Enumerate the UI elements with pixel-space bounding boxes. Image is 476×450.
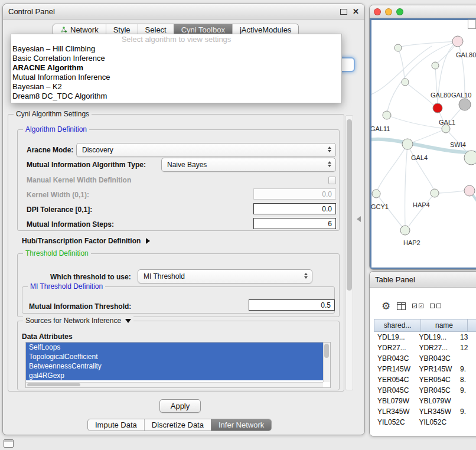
close-traffic-light-icon[interactable] — [374, 8, 381, 15]
control-panel-titlebar[interactable]: Control Panel ✕ — [3, 4, 364, 19]
attribute-item-gal4rgexp[interactable]: gal4RGexp — [26, 371, 323, 380]
tab-impute-data[interactable]: Impute Data — [88, 419, 144, 431]
hub-definition-toggle[interactable]: Hub/Transcription Factor Definition — [22, 237, 150, 245]
network-node-label: GAL10 — [451, 92, 471, 99]
list-horizontal-scrollbar[interactable] — [26, 382, 323, 387]
mi-threshold-group-title: MI Threshold Definition — [28, 282, 105, 291]
network-node-gray[interactable] — [459, 99, 471, 110]
network-edge — [458, 41, 465, 99]
table-cell: YER054C — [374, 376, 415, 384]
network-node-green[interactable] — [395, 44, 402, 51]
network-node-label: GAL1 — [439, 119, 455, 126]
manual-kernel-label: Manual Kernel Width Definition — [27, 176, 131, 184]
algorithm-definition-title: Algorithm Definition — [23, 125, 89, 133]
float-window-icon[interactable] — [340, 9, 347, 15]
table-row[interactable]: YPR145WYPR145W9. — [374, 364, 476, 374]
attribute-item-topologicalcoefficient[interactable]: TopologicalCoefficient — [26, 352, 323, 361]
network-edge — [371, 46, 432, 96]
dropdown-item-dream8-dc-tdc-algorithm[interactable]: Dream8 DC_TDC Algorithm — [11, 92, 341, 101]
dropdown-item-basic-correlation-inference[interactable]: Basic Correlation Inference — [11, 54, 341, 63]
network-node-green[interactable] — [400, 226, 410, 235]
table-cell: YBL079W — [415, 397, 457, 405]
panel-splitter-arrow-icon[interactable] — [357, 216, 361, 222]
settings-scrollbar-thumb[interactable] — [347, 119, 352, 291]
column-header-extra[interactable] — [468, 319, 476, 332]
gear-icon[interactable]: ⚙ — [382, 301, 390, 311]
table-cell: YPR145W — [374, 365, 415, 373]
sources-toggle[interactable]: Sources for Network Inference — [23, 317, 133, 325]
table-row[interactable]: YBR045CYBR045C9. — [374, 385, 476, 396]
table-row[interactable]: YBR043CYBR043C — [374, 353, 476, 364]
attribute-item-selfloops[interactable]: SelfLoops — [26, 343, 323, 352]
aracne-mode-value: Discovery — [82, 146, 113, 154]
network-node-red[interactable] — [433, 103, 442, 113]
network-node-green[interactable] — [432, 62, 439, 69]
mi-type-combo[interactable]: Naive Bayes — [161, 158, 336, 172]
network-edge — [377, 144, 407, 190]
network-edge — [439, 191, 465, 193]
aracne-mode-combo[interactable]: Discovery — [76, 143, 336, 157]
dropdown-item-aracne-algorithm[interactable]: ARACNE Algorithm — [11, 63, 341, 73]
dropdown-item-bayesian-hill-climbing[interactable]: Bayesian – Hill Climbing — [11, 44, 341, 54]
tab-label: Cyni Toolbox — [181, 25, 225, 34]
table-row[interactable]: YLR345WYLR345W9. — [374, 406, 476, 417]
network-node-label: HAP4 — [413, 201, 430, 208]
list-horizontal-thumb[interactable] — [27, 383, 80, 386]
network-window-titlebar[interactable] — [370, 5, 476, 18]
select-all-columns-icon[interactable]: ✓✓ — [412, 304, 423, 308]
manual-kernel-checkbox[interactable] — [328, 177, 336, 184]
network-node-green[interactable] — [431, 189, 439, 197]
table-row[interactable]: YBL079WYBL079W — [374, 396, 476, 406]
dpi-tolerance-field[interactable]: 0.0 — [253, 203, 336, 214]
network-node-pink[interactable] — [452, 36, 463, 47]
table-panel-window: Table Panel ⚙ ✓✓ shared...name YDL19...Y… — [369, 271, 476, 436]
kernel-width-field[interactable]: 0.0 — [253, 188, 336, 200]
close-icon[interactable]: ✕ — [353, 8, 359, 15]
tab-infer-network[interactable]: Infer Network — [211, 419, 271, 431]
network-node-green[interactable] — [402, 79, 409, 86]
dropdown-item-bayesian-k2[interactable]: Bayesian – K2 — [11, 82, 341, 92]
network-node-label: SWI4 — [450, 141, 466, 148]
mi-threshold-label: Mutual Information Threshold: — [29, 302, 131, 311]
list-vertical-scrollbar[interactable] — [323, 343, 330, 382]
network-edge — [412, 129, 446, 142]
network-node-green[interactable] — [464, 151, 476, 165]
table-rows: YDL19...YDL19...13YDR27...YDR27...12YBR0… — [374, 332, 476, 436]
table-row[interactable]: YIL052CYIL052C — [374, 417, 476, 428]
network-edge — [405, 144, 407, 226]
mi-threshold-field[interactable]: 0.5 — [249, 299, 335, 311]
dropdown-items: Bayesian – Hill ClimbingBasic Correlatio… — [11, 44, 341, 101]
table-cell: YDL19... — [415, 333, 457, 341]
dpi-tolerance-label: DPI Tolerance [0,1]: — [27, 206, 92, 214]
table-row[interactable]: YDL19...YDL19...13 — [374, 332, 476, 343]
table-panel-title: Table Panel — [375, 275, 415, 284]
network-corner-box — [468, 19, 476, 29]
network-graph-canvas[interactable]: GAL80GAL80GAL10GAL11GAL1SWI4GAL4GCY1HAP4… — [371, 20, 476, 268]
table-cell: YLR345W — [374, 407, 415, 416]
cyni-settings-title: Cyni Algorithm Settings — [14, 110, 92, 118]
tab-discretize-data[interactable]: Discretize Data — [144, 419, 211, 431]
table-panel-titlebar[interactable]: Table Panel — [370, 272, 476, 288]
mi-steps-field[interactable]: 6 — [253, 218, 336, 229]
attribute-item-betweennesscentrality[interactable]: BetweennessCentrality — [26, 361, 323, 371]
zoom-traffic-light-icon[interactable] — [396, 8, 403, 15]
column-header-name[interactable]: name — [421, 319, 468, 332]
deselect-all-columns-icon[interactable] — [430, 304, 441, 308]
network-node-green[interactable] — [372, 190, 380, 198]
list-vertical-thumb[interactable] — [324, 344, 329, 358]
network-node-green[interactable] — [442, 125, 450, 133]
mi-type-label: Mutual Information Algorithm Type: — [27, 161, 146, 169]
network-node-green[interactable] — [383, 111, 391, 119]
minimize-traffic-light-icon[interactable] — [385, 8, 392, 15]
settings-scrollbar[interactable] — [345, 115, 353, 390]
which-threshold-combo[interactable]: MI Threshold — [138, 269, 312, 283]
table-row[interactable]: YER054CYER054C8. — [374, 374, 476, 385]
network-node-pink[interactable] — [464, 185, 475, 196]
table-row[interactable]: YDR27...YDR27...12 — [374, 343, 476, 353]
apply-button[interactable]: Apply — [159, 399, 201, 413]
dropdown-item-mutual-information-inference[interactable]: Mutual Information Inference — [11, 73, 341, 82]
columns-icon[interactable] — [397, 302, 406, 310]
network-node-green[interactable] — [402, 139, 413, 149]
minimized-panel-icon[interactable] — [4, 439, 14, 448]
column-header-shared[interactable]: shared... — [374, 319, 421, 332]
